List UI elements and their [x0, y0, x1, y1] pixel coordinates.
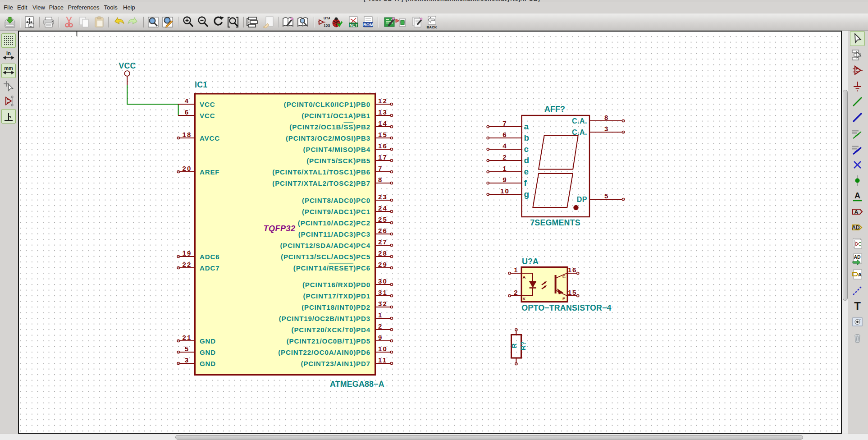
- svg-text:ATMEGA88−A: ATMEGA88−A: [330, 380, 384, 389]
- svg-text:AFF?: AFF?: [544, 105, 565, 114]
- svg-text:IC1: IC1: [195, 80, 207, 89]
- svg-text:(PCINT22/OC0A/AIN0)PD6: (PCINT22/OC0A/AIN0)PD6: [278, 348, 370, 356]
- svg-text:(PCINT3/OC2/MOSI)PB3: (PCINT3/OC2/MOSI)PB3: [286, 134, 370, 142]
- svg-text:(PCINT4/MISO)PB4: (PCINT4/MISO)PB4: [303, 146, 370, 153]
- svg-text:OPTO−TRANSISTOR−4: OPTO−TRANSISTOR−4: [521, 303, 611, 312]
- svg-text:(PCINT5/SCK)PB5: (PCINT5/SCK)PB5: [306, 157, 370, 165]
- svg-text:31: 31: [378, 289, 388, 296]
- svg-text:(PCINT17/TXD)PD1: (PCINT17/TXD)PD1: [303, 292, 370, 300]
- svg-text:3: 3: [185, 356, 190, 364]
- svg-text:(PCINT7/XTAL2/TOSC2)PB7: (PCINT7/XTAL2/TOSC2)PB7: [272, 179, 370, 187]
- svg-text:(PCINT9/ADC1)PC1: (PCINT9/ADC1)PC1: [302, 208, 370, 215]
- svg-text:f: f: [524, 178, 527, 188]
- svg-text:11: 11: [378, 356, 387, 364]
- svg-text:(PCINT12/SDA/ADC4)PC4: (PCINT12/SDA/ADC4)PC4: [280, 242, 370, 249]
- svg-text:A: A: [854, 209, 859, 215]
- svg-text:E: E: [562, 296, 565, 301]
- svg-text:AREF: AREF: [200, 168, 219, 176]
- svg-text:2: 2: [514, 289, 517, 296]
- svg-text:c: c: [524, 144, 529, 154]
- svg-text:(PCINT19/OC2B/INT1)PD3: (PCINT19/OC2B/INT1)PD3: [279, 315, 370, 322]
- svg-text:20: 20: [182, 165, 192, 172]
- svg-text:10: 10: [500, 187, 510, 195]
- svg-text:R?: R?: [519, 341, 527, 350]
- svg-text:(PCINT21/OC0B/T1)PD5: (PCINT21/OC0B/T1)PD5: [287, 337, 370, 345]
- svg-text:mm: mm: [4, 65, 13, 71]
- svg-text:A: A: [858, 272, 862, 277]
- svg-text:(PCINT6/XTAL1/TOSC1)PB6: (PCINT6/XTAL1/TOSC1)PB6: [272, 168, 370, 176]
- svg-text:e: e: [524, 167, 529, 176]
- svg-text:a: a: [524, 122, 529, 131]
- svg-text:12: 12: [378, 97, 388, 105]
- svg-text:T: T: [854, 300, 861, 312]
- svg-text:22: 22: [182, 261, 192, 268]
- svg-text:14: 14: [378, 119, 388, 127]
- svg-text:GND: GND: [200, 360, 216, 367]
- svg-text:4: 4: [185, 97, 190, 105]
- svg-text:R: R: [510, 343, 518, 348]
- svg-text:TQFP32: TQFP32: [263, 224, 295, 233]
- svg-text:K: K: [523, 296, 526, 301]
- svg-text:DP: DP: [577, 196, 587, 203]
- svg-text:8: 8: [378, 176, 383, 183]
- svg-text:(PCINT16/RXD)PD0: (PCINT16/RXD)PD0: [302, 281, 370, 289]
- svg-text:5: 5: [604, 192, 609, 200]
- svg-text:2: 2: [378, 322, 383, 330]
- svg-text:A: A: [854, 191, 860, 200]
- svg-text:b: b: [524, 133, 530, 142]
- svg-text:30: 30: [378, 277, 388, 285]
- svg-text:6: 6: [185, 108, 190, 116]
- svg-text:(PCINT13/SCL/ADC5)PC5: (PCINT13/SCL/ADC5)PC5: [281, 253, 370, 261]
- svg-text:(PCINT0/CLK0/ICP1)PB0: (PCINT0/CLK0/ICP1)PB0: [284, 101, 370, 108]
- svg-text:21: 21: [182, 334, 192, 341]
- svg-text:A: A: [523, 275, 526, 280]
- svg-text:VCC: VCC: [119, 61, 136, 70]
- svg-text:7: 7: [378, 165, 383, 172]
- svg-text:17: 17: [378, 153, 388, 161]
- svg-text:123: 123: [324, 23, 330, 28]
- svg-text:VCC: VCC: [200, 112, 215, 119]
- svg-text:C.A.: C.A.: [572, 117, 587, 125]
- svg-text:19: 19: [182, 249, 192, 257]
- svg-text:(PCINT11/ADC3)PC3: (PCINT11/ADC3)PC3: [298, 230, 370, 238]
- svg-text:6: 6: [503, 131, 507, 138]
- svg-text:VCC: VCC: [200, 101, 215, 108]
- svg-text:U?A: U?A: [522, 257, 539, 266]
- svg-text:9: 9: [503, 176, 507, 183]
- svg-text:NET: NET: [349, 23, 358, 28]
- svg-text:ADC7: ADC7: [200, 264, 219, 272]
- svg-text:(PCINT2/OC1B/SS)PB2: (PCINT2/OC1B/SS)PB2: [289, 123, 370, 131]
- svg-text:1: 1: [514, 266, 517, 274]
- svg-text:5: 5: [185, 345, 190, 353]
- svg-text:GND: GND: [200, 348, 216, 356]
- svg-text:24: 24: [378, 204, 388, 212]
- svg-text:AD: AD: [854, 254, 861, 260]
- svg-text:C: C: [562, 274, 566, 279]
- svg-text:8: 8: [604, 114, 609, 121]
- svg-text:15: 15: [568, 289, 577, 296]
- svg-text:(PCINT8/ADC0)PC0: (PCINT8/ADC0)PC0: [302, 197, 370, 204]
- svg-text:In: In: [6, 50, 11, 56]
- svg-text:GND: GND: [200, 337, 216, 345]
- svg-text:(PCINT18/INT0)PD2: (PCINT18/INT0)PD2: [302, 303, 370, 311]
- svg-text:16: 16: [568, 266, 577, 274]
- svg-text:(PCINT23/AIN1)PD7: (PCINT23/AIN1)PD7: [301, 360, 371, 367]
- svg-text:(PCINT20/XCK/T0)PD4: (PCINT20/XCK/T0)PD4: [292, 326, 370, 334]
- svg-text:BOM: BOM: [363, 22, 373, 27]
- svg-text:(PCINT10/ADC2)PC2: (PCINT10/ADC2)PC2: [298, 219, 370, 227]
- svg-text:27: 27: [378, 238, 388, 246]
- svg-text:16: 16: [378, 142, 388, 150]
- svg-text:BACK: BACK: [426, 25, 437, 29]
- svg-text:3: 3: [604, 125, 609, 133]
- svg-text:9: 9: [378, 334, 383, 341]
- svg-text:7: 7: [503, 119, 507, 127]
- svg-text:C.A.: C.A.: [572, 128, 587, 136]
- svg-text:25: 25: [378, 215, 388, 223]
- svg-text:AD: AD: [852, 225, 860, 231]
- svg-text:4: 4: [503, 142, 507, 150]
- svg-text:26: 26: [378, 227, 388, 234]
- svg-text:1: 1: [503, 165, 507, 172]
- svg-text:U?A: U?A: [324, 16, 330, 20]
- svg-text:13: 13: [378, 108, 388, 116]
- svg-text:32: 32: [378, 300, 388, 307]
